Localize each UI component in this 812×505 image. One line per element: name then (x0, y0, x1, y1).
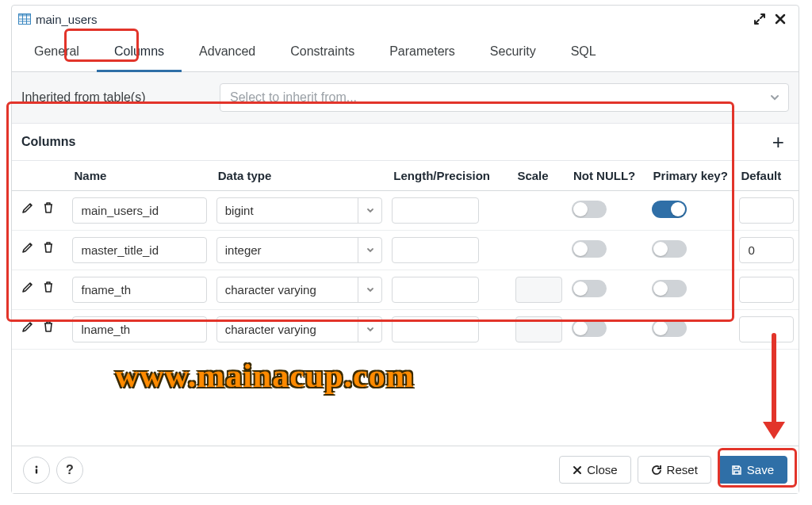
data-type-select[interactable]: character varying (216, 277, 383, 303)
delete-icon[interactable] (42, 281, 58, 296)
column-header: Data type (212, 161, 388, 191)
length-input[interactable] (392, 277, 479, 303)
data-type-select[interactable]: bigint (216, 197, 383, 224)
column-header: Scale (511, 161, 566, 191)
chevron-down-icon (358, 238, 381, 262)
svg-rect-1 (19, 14, 31, 17)
primary-key-toggle[interactable] (652, 280, 687, 297)
tab-advanced[interactable]: Advanced (182, 33, 273, 72)
default-input[interactable] (739, 197, 794, 224)
table-row: integer (12, 231, 799, 270)
edit-icon[interactable] (21, 281, 37, 296)
data-type-select[interactable]: character varying (216, 316, 383, 342)
column-header: Default (734, 161, 799, 191)
column-header: Length/Precision (387, 161, 511, 191)
close-button[interactable]: Close (559, 456, 630, 484)
edit-icon[interactable] (21, 201, 37, 217)
columns-section-title: Columns (21, 135, 75, 149)
column-header: Not NULL? (567, 161, 647, 191)
table-row: character varying (12, 270, 799, 310)
not-null-toggle[interactable] (572, 280, 607, 297)
tab-sql[interactable]: SQL (553, 33, 614, 72)
table-row: bigint (12, 191, 799, 231)
info-button[interactable] (23, 457, 50, 484)
column-header: Primary key? (647, 161, 735, 191)
chevron-down-icon (358, 198, 381, 223)
chevron-down-icon (769, 92, 780, 103)
dialog-header: main_users (12, 6, 799, 33)
chevron-down-icon (358, 277, 381, 302)
default-input[interactable] (739, 277, 794, 303)
tab-security[interactable]: Security (473, 33, 553, 72)
edit-icon[interactable] (21, 241, 37, 257)
columns-header-row: NameData typeLength/PrecisionScaleNot NU… (12, 161, 799, 191)
default-input[interactable] (739, 316, 794, 342)
primary-key-toggle[interactable] (652, 201, 687, 218)
data-type-select[interactable]: integer (216, 237, 383, 263)
delete-icon[interactable] (42, 241, 58, 257)
reset-button[interactable]: Reset (638, 456, 711, 484)
tab-bar: GeneralColumnsAdvancedConstraintsParamet… (12, 33, 799, 72)
delete-icon[interactable] (42, 201, 58, 217)
maximize-icon[interactable] (749, 9, 770, 29)
inherit-select[interactable]: Select to inherit from... (220, 83, 789, 112)
column-header: Name (67, 161, 211, 191)
save-icon (731, 465, 742, 476)
help-button[interactable]: ? (56, 457, 83, 484)
x-icon (573, 465, 582, 475)
tab-general[interactable]: General (17, 33, 97, 72)
not-null-toggle[interactable] (572, 201, 607, 218)
dialog-title: main_users (36, 13, 749, 26)
svg-rect-7 (36, 469, 37, 473)
save-button[interactable]: Save (718, 456, 787, 484)
svg-point-6 (36, 465, 38, 468)
scale-input[interactable] (515, 277, 561, 303)
reset-icon (651, 465, 662, 476)
column-name-input[interactable] (72, 197, 206, 224)
add-column-button[interactable]: + (768, 132, 789, 152)
dialog-body: Inherited from table(s) Select to inheri… (12, 72, 799, 446)
not-null-toggle[interactable] (572, 240, 607, 258)
tab-constraints[interactable]: Constraints (273, 33, 372, 72)
primary-key-toggle[interactable] (652, 319, 687, 337)
chevron-down-icon (358, 317, 381, 342)
length-input[interactable] (392, 237, 479, 263)
columns-section-header: Columns + (12, 123, 799, 161)
tab-columns[interactable]: Columns (97, 33, 182, 72)
column-name-input[interactable] (72, 277, 206, 303)
inherit-label: Inherited from table(s) (21, 90, 220, 105)
column-name-input[interactable] (72, 237, 206, 263)
table-row: character varying (12, 310, 799, 350)
inherit-row: Inherited from table(s) Select to inheri… (12, 72, 799, 123)
delete-icon[interactable] (42, 320, 58, 336)
tab-parameters[interactable]: Parameters (372, 33, 473, 72)
inherit-placeholder: Select to inherit from... (230, 90, 357, 105)
table-icon (18, 13, 31, 25)
not-null-toggle[interactable] (572, 319, 607, 337)
columns-table: NameData typeLength/PrecisionScaleNot NU… (12, 161, 799, 350)
length-input[interactable] (392, 316, 479, 342)
default-input[interactable] (739, 237, 794, 263)
close-icon[interactable] (770, 9, 791, 29)
dialog-footer: ? Close Reset Save (12, 446, 799, 493)
edit-icon[interactable] (21, 320, 37, 336)
column-name-input[interactable] (72, 316, 206, 342)
length-input[interactable] (392, 197, 479, 224)
primary-key-toggle[interactable] (652, 240, 687, 258)
table-properties-dialog: main_users GeneralColumnsAdvancedConstra… (11, 5, 799, 494)
scale-input[interactable] (515, 316, 561, 342)
